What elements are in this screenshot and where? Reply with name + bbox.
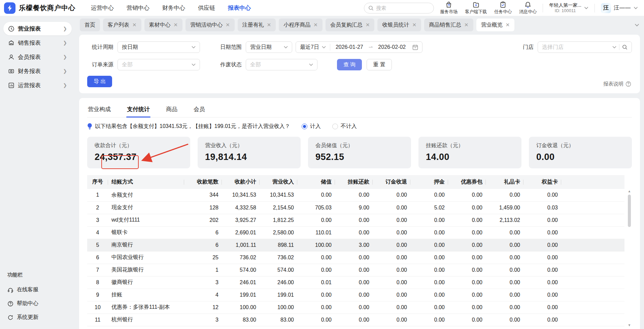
order-source-select[interactable]: 全部 [117,59,200,70]
sidebar-item-财务报表[interactable]: 财务报表❯ [3,64,72,78]
table-row[interactable]: 10优惠券：多张券111-副本12100.00100.000.000.000.0… [87,301,624,314]
column-header-收款小计[interactable]: 收款小计 [222,175,260,189]
search-input[interactable] [376,5,427,11]
close-icon[interactable]: ✕ [464,22,469,28]
column-header-结账方式[interactable]: 结账方式 [108,175,184,189]
table-row[interactable]: 4银联卡62,690.012,580.00110.010.000.000.000… [87,226,624,239]
value-cell: 344 [184,189,222,201]
doc-tab-收银员统计[interactable]: 收银员统计✕ [377,19,421,31]
table-row[interactable]: 2现金支付1284,332.582,154.50705.039.000.005.… [87,201,624,214]
stat-period-select[interactable]: 按日期 [117,41,200,53]
date-type-select[interactable]: 营业日期 [246,41,292,53]
doc-tab-小程序商品[interactable]: 小程序商品✕ [279,19,323,31]
table-row[interactable]: 5南京银行61,001.11898.11100.003.000.000.000.… [87,239,624,251]
store-select[interactable]: 选择门店 [538,41,632,53]
sidebar-footer-item-帮助中心[interactable]: 帮助中心 [5,297,70,310]
value-cell: 0.00 [335,251,373,264]
column-header-收款笔数[interactable]: 收款笔数 [184,175,222,189]
sidebar-footer-item-在线客服[interactable]: 在线客服 [5,283,70,297]
close-icon[interactable]: ✕ [506,22,510,28]
doc-tab-商品销售汇总[interactable]: 商品销售汇总✕ [424,19,473,31]
value-cell: 0.00 [335,301,373,314]
radio-dot-icon [332,124,338,129]
void-status-select[interactable]: 全部 [246,59,317,70]
table-vertical-scrollbar[interactable]: ▲ ▼ [627,189,632,327]
doc-tab-会员复购汇总[interactable]: 会员复购汇总✕ [326,19,375,31]
close-icon[interactable]: ✕ [412,22,416,28]
column-header-序号[interactable]: 序号 [87,175,108,189]
export-button[interactable]: 导 出 [87,76,112,87]
table-row[interactable]: 7美国花旗银行1574.00574.000.000.000.000.000.00… [87,264,624,276]
column-header-押金[interactable]: 押金 [410,175,448,189]
scroll-up-arrow[interactable]: ▲ [628,189,631,193]
sidebar-item-营业报表[interactable]: 营业报表❯ [3,22,72,35]
doc-tab-label: 注册有礼 [242,22,264,29]
account-switcher[interactable]: 年轻人第一家... ID: 100011 [549,2,588,14]
report-help-label: 报表说明 [603,81,623,87]
query-button[interactable]: 查 询 [337,59,362,70]
column-header-权益卡[interactable]: 权益卡 [523,175,561,189]
date-start-input[interactable]: 2026-01-27 [330,44,369,50]
column-header-储值[interactable]: 储值 [297,175,335,189]
operation-report-icon [8,82,14,89]
close-icon[interactable]: ✕ [366,22,370,28]
doc-tab-素材中心[interactable]: 素材中心✕ [144,19,183,31]
date-end-input[interactable]: 2026-02-02 [373,44,411,50]
doc-tab-客户列表[interactable]: 客户列表✕ [103,19,141,31]
nav-item[interactable]: 财务中心 [162,4,185,12]
sidebar-item-会员报表[interactable]: 会员报表❯ [3,50,72,64]
doc-tab-label: 会员复购汇总 [330,22,363,29]
close-icon[interactable]: ✕ [226,22,230,28]
summary-card-value: 19,814.14 [205,152,293,162]
nav-item[interactable]: 报表中心 [228,4,251,12]
table-row[interactable]: 9挂账4199.01199.010.000.000.000.000.000.00… [87,289,624,301]
report-help-link[interactable]: 报表说明 [603,81,631,87]
quick-link-服务市场[interactable]: 服务市场 [440,1,457,15]
close-icon[interactable]: ✕ [267,22,271,28]
report-tab-会员[interactable]: 会员 [193,103,206,117]
report-tab-商品[interactable]: 商品 [165,103,178,117]
table-row[interactable]: 11杭州银行383.0083.000.000.000.000.000.000.0… [87,314,624,326]
doc-tab-注册有礼[interactable]: 注册有礼✕ [238,19,276,31]
sidebar-item-销售报表[interactable]: 销售报表❯ [3,36,72,50]
payment-table-zone: 序号结账方式收款笔数收款小计营业收入储值挂账还款订金收退押金优惠券包礼品卡权益卡… [87,175,632,329]
table-row[interactable]: 3wd支付11112023,925.271,812.250.000.000.00… [87,214,624,226]
doc-tab-首页[interactable]: 首页 [80,19,100,31]
global-search[interactable] [364,3,434,13]
table-row[interactable]: 6中国农业银行25736.02736.020.000.000.000.000.0… [87,251,624,264]
scrollbar-thumb[interactable] [628,195,631,227]
column-header-营业收入[interactable]: 营业收入 [260,175,297,189]
scroll-down-arrow[interactable]: ▼ [628,323,631,327]
payment-method-cell: 中国农业银行 [108,251,184,264]
date-preset-select[interactable]: 最近7日 [296,44,330,51]
table-row[interactable]: 1余额支付34410,341.5310,341.530.000.000.000.… [87,189,624,201]
close-icon[interactable]: ✕ [132,22,137,28]
nav-item[interactable]: 运营中心 [91,4,114,12]
store-search-icon[interactable] [622,44,628,50]
doc-tab-营业概览[interactable]: 营业概览✕ [476,19,515,31]
close-icon[interactable]: ✕ [313,22,318,28]
column-header-挂账还款[interactable]: 挂账还款 [335,175,373,189]
sidebar-item-运营报表[interactable]: 运营报表❯ [3,78,72,92]
radio-不计入[interactable]: 不计入 [332,123,357,130]
nav-item[interactable]: 供应链 [198,4,215,12]
user-menu[interactable]: 汪 汪—— [601,3,638,13]
quick-link-消息中心[interactable]: 消息中心 [519,1,537,15]
report-tab-营业构成[interactable]: 营业构成 [87,103,111,117]
column-header-订金收退[interactable]: 订金收退 [373,175,410,189]
report-tab-支付统计[interactable]: 支付统计 [126,103,150,117]
quick-link-任务中心[interactable]: 任务中心 [494,1,512,15]
calendar-icon[interactable] [411,44,422,50]
column-header-优惠券包[interactable]: 优惠券包 [448,175,486,189]
tabstrip-chevron-down-icon[interactable] [635,24,639,27]
table-row[interactable]: 8徽商银行3246.01246.000.010.000.000.000.000.… [87,276,624,289]
sidebar-footer-item-系统更新[interactable]: 系统更新 [5,310,70,324]
reset-button[interactable]: 重 置 [367,59,392,70]
radio-计入[interactable]: 计入 [302,123,321,130]
doc-tab-营销活动中心[interactable]: 营销活动中心✕ [185,19,235,31]
close-icon[interactable]: ✕ [174,22,178,28]
nav-item[interactable]: 营销中心 [127,4,149,12]
scrollbar-track[interactable] [628,193,631,323]
quick-link-客户端下载[interactable]: 客户端下载 [465,1,487,15]
column-header-礼品卡[interactable]: 礼品卡 [486,175,523,189]
